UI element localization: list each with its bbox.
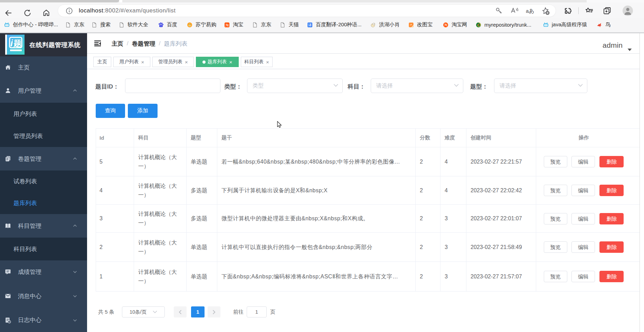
svg-text:i: i: [10, 38, 13, 48]
svg-text:淘: 淘: [225, 23, 229, 27]
svg-text:du: du: [160, 25, 162, 27]
svg-text:译: 译: [308, 23, 312, 27]
svg-text:淘: 淘: [444, 23, 447, 27]
svg-text:题: 题: [13, 39, 21, 48]
